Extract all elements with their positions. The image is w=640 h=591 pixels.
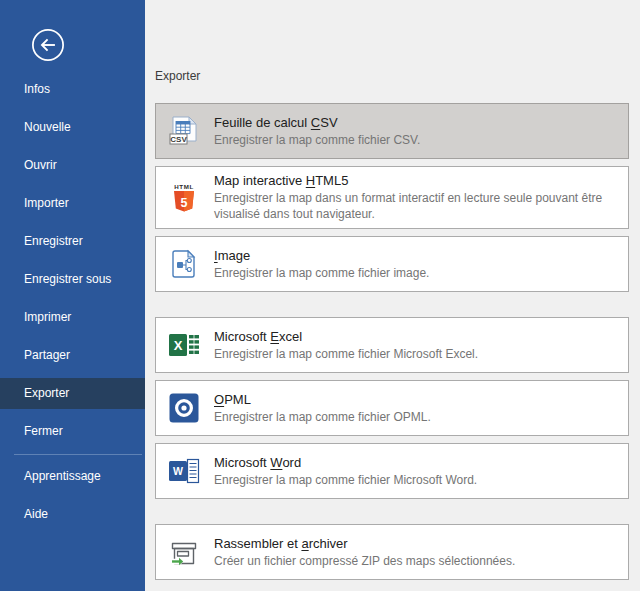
export-option-title: Microsoft Excel: [214, 329, 618, 345]
backstage-view: Infos Nouvelle Ouvrir Importer Enregistr…: [0, 0, 640, 591]
svg-text:X: X: [174, 338, 183, 353]
excel-icon: X: [168, 329, 200, 361]
export-option-texts: Map interactive HTML5 Enregistrer la map…: [214, 173, 618, 222]
title-pre: Microsoft: [214, 455, 270, 470]
export-option-title: Microsoft Word: [214, 455, 618, 471]
title-pre: Map interactive: [214, 173, 306, 188]
export-option-texts: Image Enregistrer la map comme fichier i…: [214, 248, 618, 281]
sidebar-item-fermer[interactable]: Fermer: [0, 416, 145, 447]
page-title: Exporter: [155, 68, 640, 84]
word-icon: W: [168, 455, 200, 487]
sidebar-item-apprentissage[interactable]: Apprentissage: [0, 461, 145, 492]
title-accel: O: [214, 392, 224, 407]
sidebar-item-nouvelle[interactable]: Nouvelle: [0, 112, 145, 143]
export-option-texts: Microsoft Word Enregistrer la map comme …: [214, 455, 618, 488]
export-option-texts: OPML Enregistrer la map comme fichier OP…: [214, 392, 618, 425]
export-option-title: Feuille de calcul CSV: [214, 115, 618, 131]
export-page: Exporter CSV Feuille de calcul: [145, 0, 640, 591]
title-accel: C: [311, 115, 320, 130]
title-post: ord: [282, 455, 301, 470]
export-option-word[interactable]: W Microsoft Word Enregistrer la map comm…: [155, 443, 629, 499]
export-option-excel[interactable]: X Microsoft Excel Enregistrer la map com…: [155, 317, 629, 373]
title-pre: Feuille de calcul: [214, 115, 311, 130]
export-option-description: Enregistrer la map comme fichier CSV.: [214, 132, 618, 148]
export-option-title: OPML: [214, 392, 618, 408]
opml-icon: [168, 392, 200, 424]
html5-icon: HTML 5: [168, 182, 200, 214]
title-post: rchiver: [309, 536, 348, 551]
sidebar-item-importer[interactable]: Importer: [0, 188, 145, 219]
sidebar-item-partager[interactable]: Partager: [0, 340, 145, 371]
export-option-opml[interactable]: OPML Enregistrer la map comme fichier OP…: [155, 380, 629, 436]
svg-text:CSV: CSV: [170, 135, 187, 144]
export-option-texts: Rassembler et archiver Créer un fichier …: [214, 536, 618, 569]
sidebar-item-ouvrir[interactable]: Ouvrir: [0, 150, 145, 181]
sidebar-item-enregistrer[interactable]: Enregistrer: [0, 226, 145, 257]
export-options-list: CSV Feuille de calcul CSV Enregistrer la…: [155, 103, 629, 580]
title-post: TML5: [315, 173, 348, 188]
title-accel: H: [306, 173, 315, 188]
export-option-image[interactable]: Image Enregistrer la map comme fichier i…: [155, 236, 629, 292]
title-pre: Rassembler et: [214, 536, 301, 551]
export-option-pack-and-go[interactable]: Rassembler et archiver Créer un fichier …: [155, 524, 629, 580]
export-option-description: Enregistrer la map comme fichier Microso…: [214, 346, 618, 362]
export-option-title: Map interactive HTML5: [214, 173, 618, 189]
svg-text:5: 5: [181, 195, 188, 209]
title-accel: W: [270, 455, 282, 470]
svg-text:HTML: HTML: [174, 183, 194, 190]
back-arrow-icon: [29, 26, 67, 64]
pack-and-go-icon: [168, 536, 200, 568]
export-option-description: Enregistrer la map dans un format intera…: [214, 190, 618, 222]
export-option-title: Image: [214, 248, 618, 264]
title-post: mage: [218, 248, 251, 263]
title-pre: Microsoft: [214, 329, 270, 344]
sidebar-item-exporter[interactable]: Exporter: [0, 378, 145, 409]
sidebar-item-enregistrer-sous[interactable]: Enregistrer sous: [0, 264, 145, 295]
sidebar-item-aide[interactable]: Aide: [0, 499, 145, 530]
title-post: xcel: [279, 329, 302, 344]
image-export-icon: [168, 248, 200, 280]
export-option-description: Enregistrer la map comme fichier OPML.: [214, 409, 618, 425]
export-option-csv[interactable]: CSV Feuille de calcul CSV Enregistrer la…: [155, 103, 629, 159]
export-option-description: Enregistrer la map comme fichier image.: [214, 265, 618, 281]
sidebar: Infos Nouvelle Ouvrir Importer Enregistr…: [0, 0, 145, 591]
sidebar-item-imprimer[interactable]: Imprimer: [0, 302, 145, 333]
export-option-description: Créer un fichier compressé ZIP des maps …: [214, 553, 618, 569]
export-option-texts: Feuille de calcul CSV Enregistrer la map…: [214, 115, 618, 148]
export-option-title: Rassembler et archiver: [214, 536, 618, 552]
export-option-html5[interactable]: HTML 5 Map interactive HTML5 Enregistrer…: [155, 166, 629, 229]
csv-spreadsheet-icon: CSV: [168, 115, 200, 147]
title-accel: a: [301, 536, 308, 551]
back-button[interactable]: [29, 26, 67, 64]
sidebar-separator: [14, 454, 142, 455]
export-option-description: Enregistrer la map comme fichier Microso…: [214, 472, 618, 488]
title-post: SV: [320, 115, 337, 130]
title-accel: E: [270, 329, 279, 344]
sidebar-item-infos[interactable]: Infos: [0, 74, 145, 105]
svg-text:W: W: [173, 465, 183, 477]
title-post: PML: [224, 392, 251, 407]
export-option-texts: Microsoft Excel Enregistrer la map comme…: [214, 329, 618, 362]
